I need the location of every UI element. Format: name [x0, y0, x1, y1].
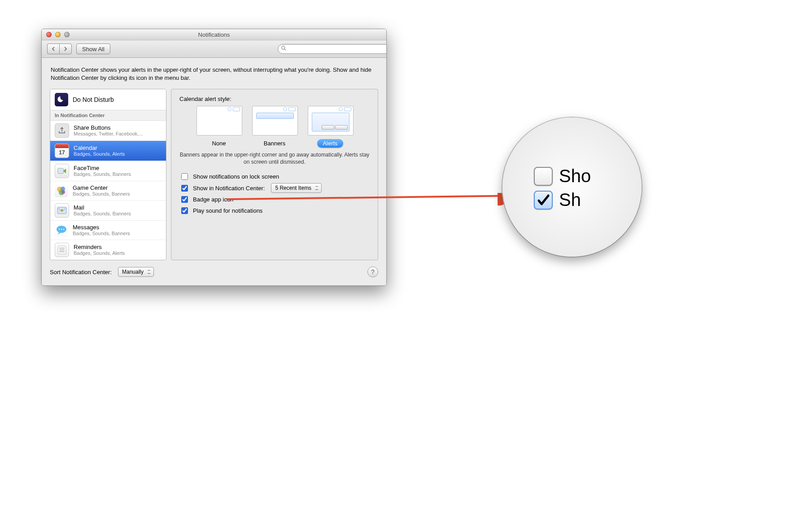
help-button[interactable]: ?	[367, 267, 378, 277]
detail-panel: Calendar alert style: None Banners Alert…	[171, 89, 378, 260]
app-name: Reminders	[74, 244, 125, 250]
window-controls	[42, 32, 70, 37]
app-name: Messages	[73, 224, 130, 231]
minimize-button[interactable]	[55, 32, 61, 37]
sort-value: Manually	[122, 269, 144, 275]
sidebar-item-gamecenter[interactable]: Game Center Badges, Sounds, Banners	[50, 181, 166, 201]
recent-items-value: 5 Recent Items	[275, 185, 311, 191]
style-label-alerts: Alerts	[317, 139, 343, 148]
app-name: Mail	[74, 205, 131, 211]
opt-sound-checkbox[interactable]	[181, 207, 188, 214]
app-sub: Badges, Sounds, Banners	[73, 191, 130, 197]
svg-point-11	[61, 229, 62, 230]
zoom-checkbox-unchecked[interactable]	[534, 167, 553, 186]
zoom-text-2: Sh	[559, 190, 581, 210]
opt-notification-center[interactable]: Show in Notification Center: 5 Recent It…	[179, 183, 370, 193]
messages-icon	[55, 223, 68, 237]
svg-line-1	[284, 49, 286, 50]
sort-select[interactable]: Manually	[118, 267, 154, 277]
opt-badge-label: Badge app icon	[193, 196, 233, 203]
sidebar-item-reminders[interactable]: Reminders Badges, Sounds, Alerts	[50, 240, 166, 260]
app-name: Game Center	[73, 185, 130, 191]
zoom-row-checked: Sh	[534, 190, 642, 210]
style-option-none[interactable]: None	[196, 106, 241, 148]
opt-nc-label: Show in Notification Center:	[193, 185, 265, 192]
window-title: Notifications	[42, 31, 386, 38]
opt-sound-label: Play sound for notifications	[193, 207, 262, 214]
calendar-icon: 17	[55, 144, 69, 158]
alert-style-heading: Calendar alert style:	[179, 96, 370, 102]
opt-badge[interactable]: Badge app icon	[179, 195, 370, 204]
sort-label: Sort Notification Center:	[50, 269, 112, 275]
opt-badge-checkbox[interactable]	[181, 196, 188, 203]
svg-point-10	[59, 229, 60, 230]
search-field-wrap	[278, 44, 381, 54]
opt-lock-screen[interactable]: Show notifications on lock screen	[179, 172, 370, 181]
sidebar-item-sharebuttons[interactable]: Share Buttons Messages, Twitter, Faceboo…	[50, 121, 166, 141]
opt-lock-checkbox[interactable]	[181, 173, 188, 180]
toolbar: Show All	[42, 40, 386, 58]
app-list: Do Not Disturb In Notification Center Sh…	[50, 89, 166, 260]
window-body: Notification Center shows your alerts in…	[42, 58, 386, 285]
nav-buttons	[47, 44, 72, 54]
preferences-window: Notifications Show All Notification Cent…	[41, 29, 387, 286]
style-hint: Banners appear in the upper-right corner…	[179, 151, 370, 166]
svg-point-6	[61, 190, 65, 194]
svg-point-12	[63, 229, 64, 230]
mail-icon	[55, 203, 69, 218]
svg-point-8	[61, 209, 63, 212]
app-name: Calendar	[74, 145, 125, 151]
search-icon	[281, 45, 287, 51]
share-icon	[55, 123, 69, 138]
chevron-right-icon	[64, 47, 67, 51]
footer-row: Sort Notification Center: Manually ?	[50, 267, 378, 277]
sidebar-item-facetime[interactable]: FaceTime Badges, Sounds, Banners	[50, 161, 166, 181]
zoom-button[interactable]	[64, 32, 70, 37]
app-sub: Badges, Sounds, Banners	[74, 211, 131, 216]
svg-point-0	[282, 46, 285, 49]
close-button[interactable]	[46, 32, 52, 37]
alert-style-options: None Banners Alerts	[179, 106, 370, 148]
recent-items-select[interactable]: 5 Recent Items	[271, 183, 322, 193]
reminders-icon	[55, 243, 69, 257]
chevron-left-icon	[52, 47, 55, 51]
app-sub: Messages, Twitter, Facebook,...	[74, 131, 143, 136]
zoom-row-unchecked: Sho	[534, 166, 642, 186]
gamecenter-icon	[55, 184, 68, 197]
app-sub: Badges, Sounds, Banners	[73, 231, 130, 236]
sidebar-item-dnd[interactable]: Do Not Disturb	[50, 89, 166, 110]
zoom-checkbox-checked[interactable]	[534, 191, 553, 210]
style-option-alerts[interactable]: Alerts	[308, 106, 353, 148]
titlebar: Notifications	[42, 29, 386, 40]
sidebar-item-mail[interactable]: Mail Badges, Sounds, Banners	[50, 201, 166, 221]
app-name: FaceTime	[74, 165, 131, 171]
app-sub: Badges, Sounds, Banners	[74, 171, 131, 177]
dnd-label: Do Not Disturb	[73, 96, 114, 103]
moon-icon	[55, 93, 68, 106]
zoom-callout: Sho Sh	[502, 118, 642, 257]
app-sub: Badges, Sounds, Alerts	[74, 250, 125, 256]
list-section-header: In Notification Center	[50, 110, 166, 121]
opt-lock-label: Show notifications on lock screen	[193, 173, 279, 180]
svg-rect-2	[58, 168, 64, 174]
sidebar-item-messages[interactable]: Messages Badges, Sounds, Banners	[50, 221, 166, 240]
show-all-button[interactable]: Show All	[76, 44, 110, 54]
app-sub: Badges, Sounds, Alerts	[74, 151, 125, 157]
sidebar-item-calendar[interactable]: 17 Calendar Badges, Sounds, Alerts	[50, 141, 166, 161]
search-input[interactable]	[278, 44, 387, 54]
facetime-icon	[55, 164, 69, 178]
intro-text: Notification Center shows your alerts in…	[50, 66, 378, 82]
back-button[interactable]	[47, 44, 59, 54]
opt-sound[interactable]: Play sound for notifications	[179, 206, 370, 215]
opt-nc-checkbox[interactable]	[181, 185, 188, 192]
style-label-none: None	[206, 139, 231, 148]
style-label-banners: Banners	[258, 139, 291, 148]
app-name: Share Buttons	[74, 125, 143, 131]
forward-button[interactable]	[59, 44, 72, 54]
style-option-banners[interactable]: Banners	[252, 106, 297, 148]
checkmark-icon	[537, 193, 550, 207]
zoom-text-1: Sho	[559, 166, 591, 186]
